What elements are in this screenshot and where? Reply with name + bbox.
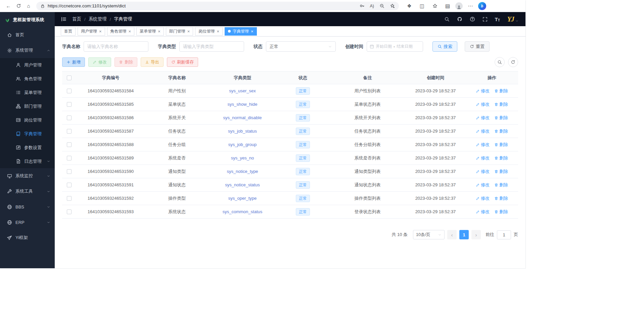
tab-close-icon[interactable]: ×	[217, 29, 219, 34]
url-text[interactable]: https://ccnetcore.com:1101/system/dict	[48, 3, 354, 8]
delete-button[interactable]: 删除	[114, 57, 137, 67]
favorites-add-icon[interactable]	[390, 3, 395, 8]
row-edit-link[interactable]: 修改	[476, 195, 490, 201]
row-delete-link[interactable]: 删除	[494, 209, 508, 215]
refresh-cache-button[interactable]: 刷新缓存	[167, 57, 198, 67]
sidebar-item-erp[interactable]: ERP	[0, 215, 55, 230]
end-date-placeholder[interactable]: 结束日期	[397, 44, 413, 49]
tab-close-icon[interactable]: ×	[158, 29, 160, 34]
row-checkbox[interactable]	[67, 209, 72, 214]
sidebar-item-system-tools[interactable]: 系统工具	[0, 184, 55, 199]
row-checkbox[interactable]	[67, 115, 72, 120]
row-checkbox[interactable]	[67, 102, 72, 107]
dict-type-link[interactable]: sys_user_sex	[229, 88, 256, 93]
font-size-icon[interactable]: TT	[495, 16, 500, 22]
export-button[interactable]: 导出	[141, 57, 164, 67]
breadcrumb-item-system[interactable]: 系统管理	[89, 16, 107, 22]
row-checkbox[interactable]	[67, 129, 72, 134]
start-date-placeholder[interactable]: 开始日期	[376, 44, 392, 49]
tab-post-manage[interactable]: 岗位管理×	[195, 27, 223, 36]
profile-avatar[interactable]	[455, 2, 463, 10]
tab-close-icon[interactable]: ×	[187, 29, 190, 34]
row-edit-link[interactable]: 修改	[476, 115, 490, 121]
row-checkbox[interactable]	[67, 196, 72, 201]
sidebar-item-dept-manage[interactable]: 部门管理	[0, 99, 55, 113]
tab-close-icon[interactable]: ×	[99, 29, 102, 34]
dict-type-link[interactable]: sys_notice_status	[225, 182, 260, 187]
row-delete-link[interactable]: 删除	[494, 101, 508, 107]
row-edit-link[interactable]: 修改	[476, 169, 490, 175]
goto-page-input[interactable]	[497, 230, 511, 239]
zoom-out-icon[interactable]	[379, 3, 384, 8]
date-range-picker[interactable]: 开始日期 - 结束日期	[367, 41, 423, 52]
tab-role-manage[interactable]: 角色管理×	[107, 27, 135, 36]
tab-menu-manage[interactable]: 菜单管理×	[136, 27, 164, 36]
next-page-button[interactable]: ›	[471, 230, 481, 239]
sidebar-item-system-manage[interactable]: 系统管理	[0, 43, 55, 58]
tab-user-manage[interactable]: 用户管理×	[78, 27, 105, 36]
reload-button[interactable]	[13, 1, 24, 11]
more-menu-icon[interactable]: ⋯	[465, 1, 475, 11]
sidebar-item-post-manage[interactable]: 岗位管理	[0, 113, 55, 127]
row-edit-link[interactable]: 修改	[476, 182, 490, 188]
read-aloud-icon[interactable]: A)	[370, 4, 374, 8]
sidebar-item-home[interactable]: 首页	[0, 27, 55, 43]
back-button[interactable]: ←	[3, 1, 13, 11]
edit-button[interactable]: 修改	[88, 57, 111, 67]
page-size-select[interactable]: 10条/页	[413, 230, 445, 239]
row-checkbox[interactable]	[67, 142, 72, 147]
sidebar-toggle[interactable]	[61, 16, 67, 22]
row-delete-link[interactable]: 删除	[494, 182, 508, 188]
row-edit-link[interactable]: 修改	[476, 128, 490, 134]
reset-button[interactable]: 重置	[465, 41, 490, 52]
copilot-icon[interactable]: b	[478, 2, 486, 10]
fullscreen-icon[interactable]	[482, 17, 488, 22]
row-edit-link[interactable]: 修改	[476, 155, 490, 161]
dict-type-link[interactable]: sys_normal_disable	[223, 115, 262, 120]
sidebar-item-user-manage[interactable]: 用户管理	[0, 58, 55, 72]
current-page[interactable]: 1	[459, 230, 469, 239]
sidebar-item-system-monitor[interactable]: 系统监控	[0, 168, 55, 184]
row-delete-link[interactable]: 删除	[494, 88, 508, 94]
password-key-icon[interactable]	[360, 3, 365, 8]
row-delete-link[interactable]: 删除	[494, 195, 508, 201]
row-checkbox[interactable]	[67, 183, 72, 187]
refresh-table-button[interactable]	[508, 57, 518, 67]
row-delete-link[interactable]: 删除	[494, 155, 508, 161]
row-edit-link[interactable]: 修改	[476, 88, 490, 94]
prev-page-button[interactable]: ‹	[447, 230, 457, 239]
favorites-icon[interactable]	[430, 1, 440, 11]
dict-type-link[interactable]: sys_job_status	[228, 129, 257, 134]
dict-type-link[interactable]: sys_job_group	[228, 142, 257, 147]
sidebar-item-bbs[interactable]: BBS	[0, 199, 55, 215]
help-icon[interactable]	[470, 16, 475, 22]
sidebar-item-dict-manage[interactable]: 字典管理	[0, 127, 55, 141]
tab-dept-manage[interactable]: 部门管理×	[166, 27, 193, 36]
sidebar-item-role-manage[interactable]: 角色管理	[0, 72, 55, 86]
toggle-search-button[interactable]	[495, 57, 505, 67]
github-icon[interactable]	[457, 16, 462, 22]
sidebar-item-yi-framework[interactable]: Yi框架	[0, 230, 55, 245]
dict-type-link[interactable]: sys_notice_type	[227, 169, 258, 174]
dict-type-link[interactable]: sys_oper_type	[228, 196, 257, 201]
row-delete-link[interactable]: 删除	[494, 115, 508, 121]
breadcrumb-item-home[interactable]: 首页	[72, 16, 81, 22]
split-screen-icon[interactable]: ◫	[417, 1, 427, 11]
home-button[interactable]: ⌂	[24, 1, 34, 11]
collections-icon[interactable]: ▤	[443, 1, 453, 11]
sidebar-item-param-settings[interactable]: 参数设置	[0, 141, 55, 154]
tab-dict-manage[interactable]: 字典管理×	[225, 27, 257, 36]
dict-type-link[interactable]: sys_common_status	[223, 209, 263, 214]
sidebar-item-log-manage[interactable]: 日志管理	[0, 154, 55, 168]
address-bar[interactable]: https://ccnetcore.com:1101/system/dict A…	[36, 2, 399, 10]
select-all-checkbox[interactable]	[67, 76, 72, 80]
row-edit-link[interactable]: 修改	[476, 142, 490, 148]
row-checkbox[interactable]	[67, 169, 72, 174]
header-search-icon[interactable]	[444, 16, 450, 22]
row-edit-link[interactable]: 修改	[476, 209, 490, 215]
row-delete-link[interactable]: 删除	[494, 169, 508, 175]
dict-type-link[interactable]: sys_show_hide	[228, 102, 258, 107]
tab-home[interactable]: 首页	[61, 27, 76, 36]
dict-type-link[interactable]: sys_yes_no	[231, 155, 254, 160]
tab-close-icon[interactable]: ×	[129, 29, 131, 34]
